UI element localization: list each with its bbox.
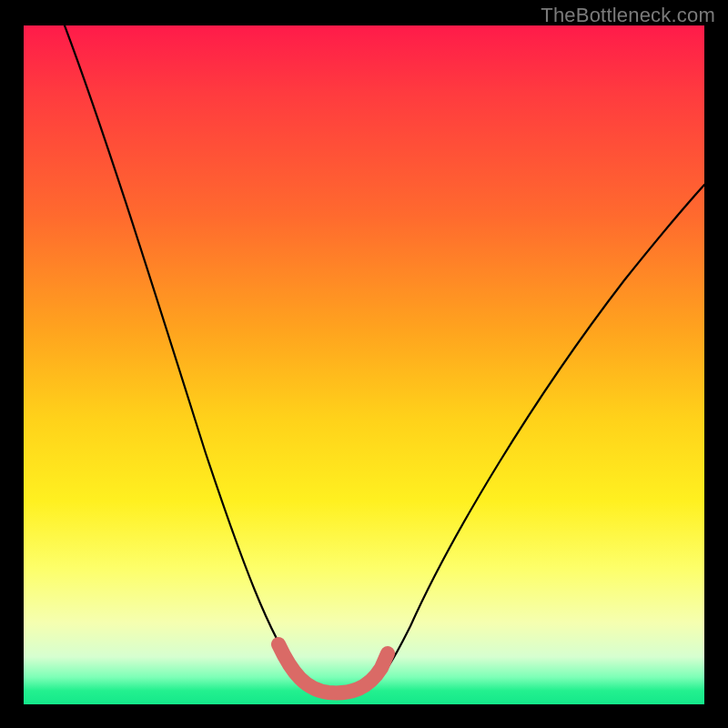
trough-highlight: [278, 644, 388, 693]
watermark-text: TheBottleneck.com: [541, 4, 715, 27]
plot-area: [24, 25, 704, 704]
curve-layer: [24, 25, 704, 704]
chart-frame: TheBottleneck.com: [0, 0, 728, 728]
bottleneck-curve: [65, 25, 704, 691]
